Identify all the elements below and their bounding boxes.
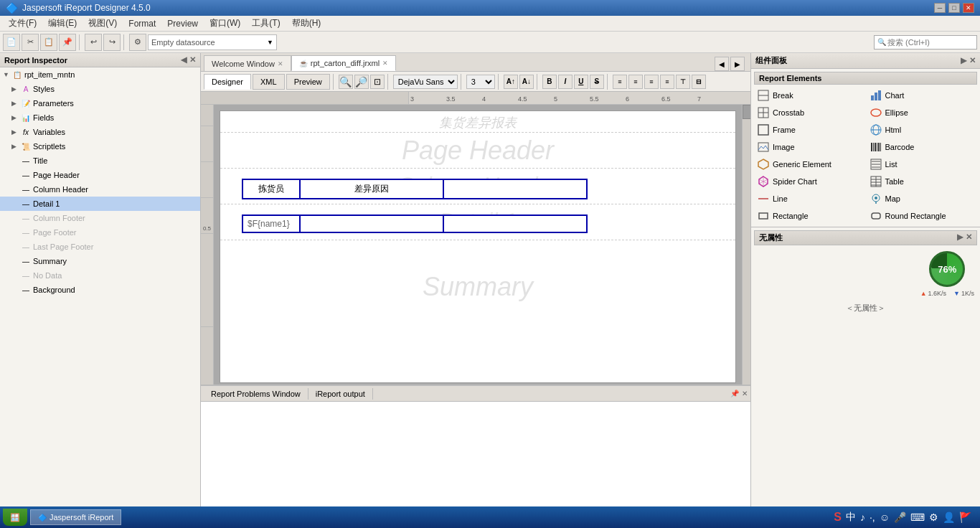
detail-table[interactable]: $F{name1}: [242, 214, 588, 233]
vscroll-thumb[interactable]: [743, 105, 750, 119]
menu-format[interactable]: Format: [123, 17, 161, 30]
new-button[interactable]: 📄: [3, 34, 20, 51]
element-rectangle[interactable]: Rectangle: [754, 208, 865, 224]
tree-item-styles[interactable]: ▶ A Styles: [0, 82, 200, 96]
vertical-scrollbar[interactable]: [742, 105, 750, 385]
tab-ireport-output[interactable]: iReport output: [308, 388, 373, 400]
element-chart[interactable]: Chart: [867, 88, 978, 103]
tree-item-colfooter[interactable]: — Column Footer: [0, 211, 200, 225]
italic-button[interactable]: I: [558, 75, 573, 89]
top-align-button[interactable]: ⊤: [676, 75, 690, 89]
search-input[interactable]: [887, 38, 974, 47]
menu-tools[interactable]: 工具(T): [246, 16, 286, 31]
menu-view[interactable]: 视图(V): [83, 16, 123, 31]
left-panel-close[interactable]: ✕: [189, 55, 196, 65]
compile-button[interactable]: ⚙: [129, 34, 146, 51]
zoom-in-button[interactable]: 🔍: [339, 75, 353, 89]
tree-item-summary[interactable]: — Summary: [0, 254, 200, 268]
align-left-button[interactable]: ≡: [613, 75, 627, 89]
bottom-pin-icon[interactable]: 📌: [730, 390, 739, 397]
tree-item-detail1[interactable]: — Detail 1: [0, 197, 200, 211]
minimize-button[interactable]: ─: [934, 3, 946, 13]
zoom-out-button[interactable]: 🔎: [354, 75, 369, 89]
middle-align-button[interactable]: ⊟: [692, 75, 706, 89]
maximize-button[interactable]: □: [948, 3, 960, 13]
detail-cell-3[interactable]: [443, 215, 587, 232]
xml-mode-button[interactable]: XML: [253, 74, 285, 90]
col-header-cell-2[interactable]: 差异原因: [300, 179, 443, 199]
preview-mode-button[interactable]: Preview: [286, 74, 330, 90]
menu-preview[interactable]: Preview: [161, 17, 204, 30]
copy-button[interactable]: 📋: [40, 34, 57, 51]
undo-button[interactable]: ↩: [85, 34, 102, 51]
element-image[interactable]: Image: [754, 139, 865, 155]
detail-cell-1[interactable]: $F{name1}: [242, 215, 300, 232]
col-header-cell-3[interactable]: [443, 179, 587, 199]
element-html[interactable]: Html: [867, 122, 978, 138]
zoom-fit-button[interactable]: ⊡: [370, 75, 385, 89]
detail-cell-2[interactable]: [300, 215, 443, 232]
element-generic[interactable]: Generic Element: [754, 156, 865, 172]
element-spiderchart[interactable]: Spider Chart: [754, 174, 865, 189]
tree-item-lastpagefooter[interactable]: — Last Page Footer: [0, 240, 200, 254]
tree-item-colheader[interactable]: — Column Header: [0, 182, 200, 197]
tab-welcome-close[interactable]: ✕: [278, 60, 283, 67]
menu-file[interactable]: 文件(F): [3, 16, 42, 31]
tree-item-fields[interactable]: ▶ 📊 Fields: [0, 110, 200, 125]
left-panel-pin[interactable]: ◀: [181, 55, 187, 65]
cut-button[interactable]: ✂: [22, 34, 39, 51]
font-size-select[interactable]: 3: [466, 75, 495, 89]
align-justify-button[interactable]: ≡: [660, 75, 674, 89]
element-break[interactable]: Break: [754, 88, 865, 103]
tree-item-pagefooter[interactable]: — Page Footer: [0, 225, 200, 240]
designer-mode-button[interactable]: Designer: [204, 74, 251, 90]
element-crosstab[interactable]: Crosstab: [754, 105, 865, 121]
font-family-select[interactable]: DejaVu Sans: [393, 75, 458, 89]
right-panel-close[interactable]: ✕: [969, 56, 976, 65]
element-barcode[interactable]: Barcode: [867, 139, 978, 155]
prop-pin[interactable]: ▶: [957, 232, 963, 243]
tree-item-background[interactable]: — Background: [0, 283, 200, 297]
tab-report-problems[interactable]: Report Problems Window: [204, 388, 308, 400]
element-line[interactable]: Line: [754, 191, 865, 207]
menu-window[interactable]: 窗口(W): [204, 16, 246, 31]
tab-welcome[interactable]: Welcome Window ✕: [204, 55, 291, 71]
tree-item-scriptlets[interactable]: ▶ 📜 Scriptlets: [0, 139, 200, 154]
tree-item-title[interactable]: — Title: [0, 154, 200, 168]
tree-item-root[interactable]: ▼ 📋 rpt_item_mntn: [0, 67, 200, 82]
prop-close[interactable]: ✕: [966, 232, 972, 243]
tab-next-button[interactable]: ▶: [730, 57, 745, 71]
bottom-close-icon[interactable]: ✕: [742, 390, 748, 397]
search-box[interactable]: 🔍: [874, 35, 977, 50]
right-panel-pin[interactable]: ▶: [961, 56, 966, 65]
tab-jrxml[interactable]: ☕ rpt_carton_diff.jrxml ✕: [291, 55, 396, 71]
tree-item-parameters[interactable]: ▶ 📝 Parameters: [0, 96, 200, 110]
element-frame[interactable]: Frame: [754, 122, 865, 138]
element-roundrectangle[interactable]: Round Rectangle: [867, 208, 978, 224]
taskbar-app-item[interactable]: 🔷 Jaspersoft iReport: [30, 509, 121, 525]
tree-item-pageheader[interactable]: — Page Header: [0, 168, 200, 182]
report-page[interactable]: 集货差异报表 Page Header Column Header 拣货员 差异原…: [220, 110, 736, 383]
font-larger-button[interactable]: A↑: [504, 75, 518, 89]
element-ellipse[interactable]: Ellipse: [867, 105, 978, 121]
font-smaller-button[interactable]: A↓: [519, 75, 534, 89]
element-map[interactable]: Map: [867, 191, 978, 207]
paste-button[interactable]: 📌: [59, 34, 76, 51]
underline-button[interactable]: U: [574, 75, 588, 89]
close-button[interactable]: ✕: [963, 3, 974, 13]
element-list[interactable]: List: [867, 156, 978, 172]
tab-prev-button[interactable]: ◀: [715, 57, 729, 71]
tree-item-variables[interactable]: ▶ fx Variables: [0, 125, 200, 139]
datasource-selector[interactable]: Empty datasource ▼: [148, 34, 277, 50]
start-button[interactable]: 🪟: [3, 509, 27, 526]
menu-edit[interactable]: 编辑(E): [42, 16, 83, 31]
canvas-content[interactable]: 集货差异报表 Page Header Column Header 拣货员 差异原…: [214, 105, 742, 385]
col-header-table[interactable]: 拣货员 差异原因: [242, 179, 588, 199]
element-table[interactable]: Table: [867, 174, 978, 189]
tree-item-nodata[interactable]: — No Data: [0, 268, 200, 283]
redo-button[interactable]: ↪: [103, 34, 121, 51]
align-center-button[interactable]: ≡: [628, 75, 643, 89]
canvas-area[interactable]: 0.5 集货差异报表 Page Header: [201, 105, 750, 385]
tab-jrxml-close[interactable]: ✕: [382, 60, 388, 67]
strikethrough-button[interactable]: S: [590, 75, 604, 89]
